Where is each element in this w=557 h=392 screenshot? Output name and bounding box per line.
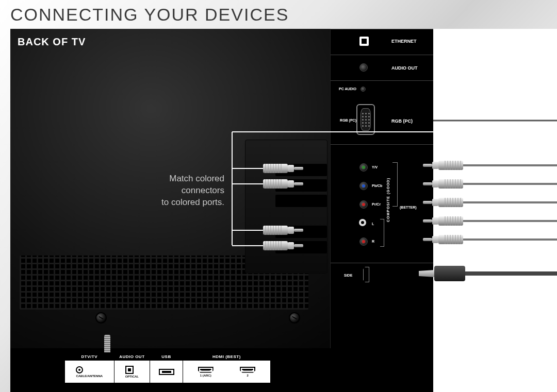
pbcb-jack	[359, 182, 368, 190]
l-label: L	[372, 222, 374, 226]
page-header: CONNECTING YOUR DEVICES	[0, 0, 557, 29]
ethernet-icon	[359, 37, 369, 46]
audio-out-cell: AUDIO OUT OPTICAL	[114, 353, 151, 383]
rca-plug	[263, 178, 303, 190]
rgb-pc-row: RGB (PC) RGB (PC)	[331, 98, 434, 144]
ethernet-label: ETHERNET	[391, 39, 417, 44]
composite-good-label: COMPOSITE (GOOD)	[386, 176, 390, 222]
rca-plug	[423, 215, 463, 227]
audio-out-row: AUDIO OUT	[331, 55, 434, 80]
rgb-pc-left-label: RGB (PC)	[335, 118, 356, 122]
hdmi-port-icon	[240, 367, 255, 373]
optical-port-icon	[125, 366, 134, 374]
hdmi-1-label: 1 (ARC)	[198, 374, 214, 377]
screw-icon	[289, 312, 300, 323]
coax-port-icon	[76, 366, 83, 373]
hdmi-side-port	[363, 267, 369, 282]
bottom-port-bar: DTV/TV CABLE/ANTENNA AUDIO OUT OPTICAL U…	[64, 352, 271, 383]
dtv-tv-cell: DTV/TV CABLE/ANTENNA	[65, 353, 114, 383]
bracket-icon	[392, 162, 398, 207]
pbcb-label: Pb/Cb	[372, 184, 382, 188]
rca-plug	[423, 197, 463, 208]
pc-audio-row: PC AUDIO	[331, 80, 434, 98]
pc-audio-jack	[361, 87, 366, 92]
rca-plug	[263, 240, 303, 251]
rca-plug	[423, 160, 463, 171]
instruction-text: Match colored connectors to colored port…	[126, 173, 224, 209]
hdmi-2-label: 2	[240, 374, 255, 377]
r-jack	[359, 237, 368, 246]
cable-antenna-label: CABLE/ANTENNA	[76, 374, 103, 378]
prcr-label: Pr/Cr	[372, 202, 381, 206]
l-jack	[359, 219, 366, 226]
rca-plug	[263, 225, 303, 236]
optical-label: OPTICAL	[125, 375, 139, 378]
usb-cell: USB	[150, 353, 183, 383]
ethernet-row: ETHERNET	[331, 29, 434, 55]
audio-out-header: AUDIO OUT	[114, 353, 150, 361]
component-row: Y/V Pb/Cb Pr/Cr L R COMPOSITE (GOOD) (BE…	[331, 144, 434, 263]
hdmi-best-header: HDMI (BEST)	[183, 353, 270, 361]
audio-out-jack	[359, 63, 368, 72]
tv-back-panel: BACK OF TV Match colored connectors to c…	[10, 29, 557, 392]
coax-connector-icon	[104, 335, 110, 352]
r-label: R	[372, 240, 374, 243]
usb-header: USB	[150, 353, 183, 361]
hdmi-port-icon	[198, 367, 214, 373]
screw-icon	[95, 312, 107, 323]
rgb-pc-right-label: RGB (PC)	[391, 118, 413, 124]
composite-panel-left	[245, 140, 327, 274]
instruction-line: to colored ports.	[126, 197, 224, 209]
hdmi-side-label: SIDE	[344, 274, 352, 277]
pc-audio-label: PC AUDIO	[335, 87, 356, 91]
rca-plug	[263, 163, 303, 174]
bracket-icon	[380, 219, 384, 247]
vga-port	[356, 104, 375, 135]
side-port-strip: ETHERNET AUDIO OUT PC AUDIO RGB (PC) RGB…	[330, 29, 433, 348]
hdmi-plug	[419, 266, 465, 281]
yv-label: Y/V	[372, 165, 378, 169]
instruction-line: Match colored	[126, 173, 224, 185]
external-cable-area	[433, 29, 557, 392]
instruction-line: connectors	[126, 185, 224, 197]
rca-plug	[423, 178, 463, 190]
dtv-tv-header: DTV/TV	[65, 353, 114, 361]
usb-port-icon	[159, 369, 174, 375]
rca-plug	[423, 234, 463, 245]
rca-slot	[275, 195, 327, 207]
better-label: (BETTER)	[400, 206, 417, 209]
audio-out-label: AUDIO OUT	[391, 65, 418, 71]
hdmi-cell: HDMI (BEST) 1 (ARC) 2	[183, 353, 270, 383]
hdmi-side-row: SIDE	[331, 263, 434, 288]
yv-jack	[359, 163, 368, 172]
prcr-jack	[359, 200, 368, 209]
page-title: CONNECTING YOUR DEVICES	[10, 5, 289, 25]
panel-subtitle: BACK OF TV	[18, 36, 86, 48]
